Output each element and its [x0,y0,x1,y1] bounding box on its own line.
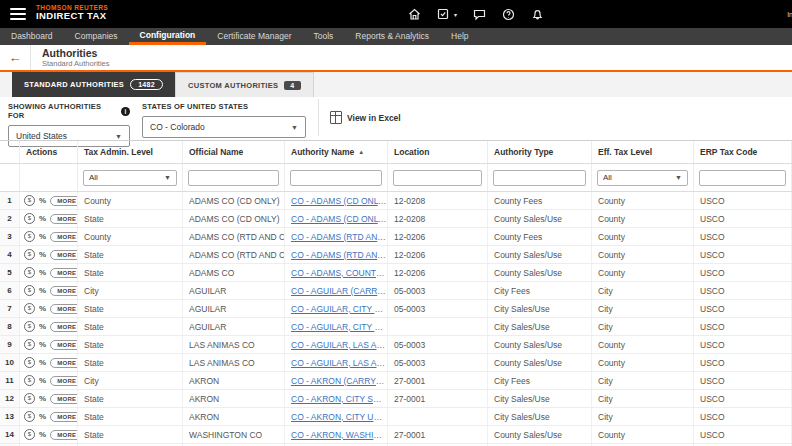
more-button[interactable]: MORE▼ [50,340,78,350]
nav-help[interactable]: Help [440,28,479,45]
rules-icon[interactable]: % [39,322,46,331]
authority-name-link[interactable]: CO - AGUILAR (CARRYOUT... [291,286,387,296]
cell-tax-admin-level: State [78,354,183,371]
rules-icon[interactable]: % [39,250,46,259]
tax-admin-level-filter-select[interactable]: All ▼ [83,170,177,186]
rates-icon[interactable]: $ [24,357,35,368]
more-button[interactable]: MORE▼ [50,286,78,296]
nav-reports-analytics[interactable]: Reports & Analytics [344,28,440,45]
authority-name-link[interactable]: CO - AKRON, CITY SALES ... [291,394,387,404]
more-button[interactable]: MORE▼ [50,232,78,242]
tab-custom-authorities[interactable]: CUSTOM AUTHORITIES 4 [175,72,314,97]
state-select[interactable]: CO - Colorado ▼ [142,116,306,138]
rules-icon[interactable]: % [39,430,46,439]
more-button[interactable]: MORE▼ [50,430,78,440]
rules-icon[interactable]: % [39,286,46,295]
rates-icon[interactable]: $ [24,249,35,260]
more-button[interactable]: MORE▼ [50,304,78,314]
cell-authority-type: County Sales/Use [488,336,592,353]
nav-tools[interactable]: Tools [302,28,344,45]
cell-authority-name: CO - ADAMS (CD ONLY), C... [285,210,388,227]
cell-authority-type: City Sales/Use [488,318,592,335]
notifications-bell-icon[interactable] [531,8,544,21]
authority-name-link[interactable]: CO - ADAMS, COUNTY SAL... [291,268,387,278]
authority-name-link[interactable]: CO - ADAMS (CD ONLY), C... [291,214,387,224]
erp-tax-code-filter-input[interactable] [699,170,786,186]
tab-standard-authorities[interactable]: STANDARD AUTHORITIES 1482 [12,72,175,97]
rates-icon[interactable]: $ [24,411,35,422]
authority-name-link[interactable]: CO - ADAMS (RTD AND CD)... [291,232,387,242]
tasks-icon[interactable] [437,8,450,21]
more-button[interactable]: MORE▼ [50,412,78,422]
more-button[interactable]: MORE▼ [50,376,78,386]
nav-certificate-manager[interactable]: Certificate Manager [206,28,302,45]
more-button[interactable]: MORE▼ [50,394,78,404]
authority-name-link[interactable]: CO - AKRON, CITY USE TAX [291,412,387,422]
rules-icon[interactable]: % [39,214,46,223]
authority-name-filter-input[interactable] [290,170,382,186]
nav-companies[interactable]: Companies [64,28,129,45]
col-erp-tax-code[interactable]: ERP Tax Code [694,141,792,163]
rules-icon[interactable]: % [39,376,46,385]
authority-name-link[interactable]: CO - AGUILAR, LAS ANIMA... [291,340,387,350]
more-button[interactable]: MORE▼ [50,250,78,260]
rates-icon[interactable]: $ [24,429,35,440]
col-eff-tax-level[interactable]: Eff. Tax Level [592,141,694,163]
authority-name-link[interactable]: CO - AGUILAR, LAS ANIMA... [291,358,387,368]
rates-icon[interactable]: $ [24,285,35,296]
rates-icon[interactable]: $ [24,321,35,332]
authority-name-link[interactable]: CO - ADAMS (CD ONLY) (C... [291,196,387,206]
eff-tax-level-filter-select[interactable]: All ▼ [597,170,688,186]
col-authority-type[interactable]: Authority Type [488,141,592,163]
rates-icon[interactable]: $ [24,231,35,242]
authority-name-link[interactable]: CO - ADAMS (RTD AND CD)... [291,250,387,260]
authority-name-link[interactable]: CO - AGUILAR, CITY USE T... [291,322,387,332]
tasks-caret-icon[interactable]: ▾ [454,11,457,18]
rates-icon[interactable]: $ [24,375,35,386]
nav-dashboard[interactable]: Dashboard [0,28,64,45]
rules-icon[interactable]: % [39,340,46,349]
rules-icon[interactable]: % [39,196,46,205]
official-name-filter-input[interactable] [188,170,279,186]
more-button[interactable]: MORE▼ [50,214,78,224]
rates-icon[interactable]: $ [24,213,35,224]
col-authority-name[interactable]: Authority Name ▲ [285,141,388,163]
authority-name-link[interactable]: CO - AKRON, WASHINGTO... [291,430,387,440]
rules-icon[interactable]: % [39,358,46,367]
more-button[interactable]: MORE▼ [50,358,78,368]
home-icon[interactable] [408,8,421,21]
rules-icon[interactable]: % [39,394,46,403]
rates-icon[interactable]: $ [24,339,35,350]
cell-authority-name: CO - AKRON (CARRYOUT ... [285,372,388,389]
rules-icon[interactable]: % [39,232,46,241]
cell-erp-tax-code: USCO [694,246,792,263]
more-button[interactable]: MORE▼ [50,196,78,206]
hamburger-menu-icon[interactable] [10,8,26,23]
rates-icon[interactable]: $ [24,393,35,404]
col-tax-admin-level[interactable]: Tax Admin. Level [78,141,183,163]
back-arrow-icon[interactable]: ← [0,45,31,70]
rates-icon[interactable]: $ [24,267,35,278]
row-number: 5 [0,264,20,281]
help-icon[interactable] [502,8,515,21]
rules-icon[interactable]: % [39,304,46,313]
rates-icon[interactable]: $ [24,195,35,206]
nav-configuration[interactable]: Configuration [129,28,207,45]
authority-type-filter-input[interactable] [493,170,586,186]
location-filter-input[interactable] [393,170,482,186]
rates-icon[interactable]: $ [24,303,35,314]
authority-name-link[interactable]: CO - AGUILAR, CITY SALE... [291,304,387,314]
authority-name-link[interactable]: CO - AKRON (CARRYOUT ... [291,376,387,386]
col-official-name[interactable]: Official Name [183,141,285,163]
info-icon[interactable]: i [121,107,130,116]
cell-tax-admin-level: County [78,192,183,209]
cell-eff-tax-level: County [592,246,694,263]
chat-icon[interactable] [473,8,486,21]
more-button[interactable]: MORE▼ [50,322,78,332]
rules-icon[interactable]: % [39,412,46,421]
view-in-excel-button[interactable]: View in Excel [330,111,401,124]
filter-cell-erp-tax-code [694,164,792,191]
col-location[interactable]: Location [388,141,488,163]
more-button[interactable]: MORE▼ [50,268,78,278]
rules-icon[interactable]: % [39,268,46,277]
